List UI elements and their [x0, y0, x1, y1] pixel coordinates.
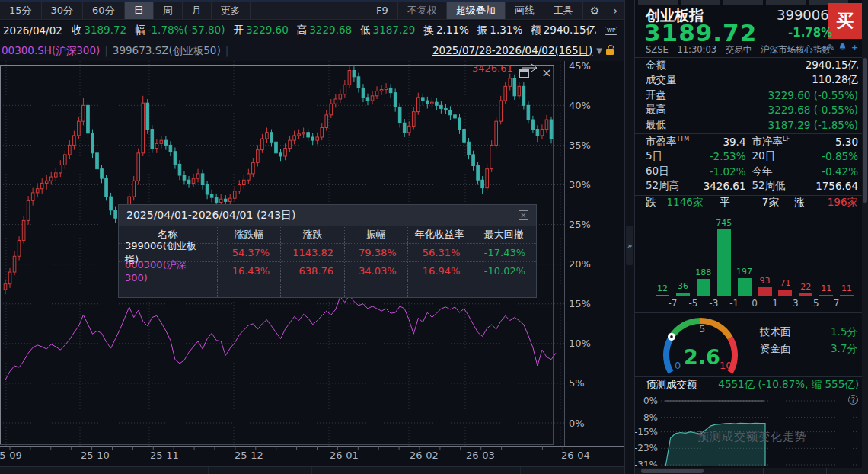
- quote-fields: 收3189.72幅-1.78%(-57.80)开3229.60高3229.68低…: [72, 24, 605, 37]
- period-tab-60分[interactable]: 60分: [83, 2, 125, 19]
- stat-row: 金额2940.15亿: [635, 58, 862, 73]
- score-row: 技术面1.5分: [760, 325, 857, 339]
- svg-text:35%: 35%: [569, 139, 591, 151]
- chart-window-controls: ×: [515, 66, 556, 81]
- date-range-control[interactable]: 2025/07/28-2026/04/02(165日) ▼: [432, 44, 614, 58]
- svg-text:3426.61: 3426.61: [472, 62, 513, 74]
- panel-horizontal-scrollbar[interactable]: [635, 468, 862, 474]
- instrument-header: 创业板指 399006 买 3189.72 -1.78% SZSE 11:30:…: [635, 5, 862, 57]
- range-dropdown-icon[interactable]: ▼: [596, 46, 602, 55]
- up-count: 196家: [828, 196, 857, 210]
- buy-button[interactable]: 买: [828, 3, 862, 39]
- tool-tab-画线[interactable]: 画线: [506, 2, 544, 19]
- period-tabs: 15分30分60分日周月更多: [0, 2, 251, 19]
- more-chevron-icon[interactable]: ›: [606, 5, 624, 17]
- svg-text:5%: 5%: [569, 377, 585, 389]
- panel-collapse-handle[interactable]: »: [626, 226, 633, 265]
- date-range-text[interactable]: 2025/07/28-2026/04/02(165日): [432, 44, 592, 58]
- quote-field: 额2940.15亿: [531, 24, 596, 36]
- popup-close-icon[interactable]: ×: [519, 210, 528, 220]
- forecast-area-canvas: 0%-8%-15%-23%-31%: [635, 392, 862, 466]
- svg-text:10%: 10%: [569, 338, 591, 349]
- close-chart-button[interactable]: ×: [538, 66, 556, 81]
- period-tab-更多[interactable]: 更多: [212, 2, 251, 19]
- hist-bar: [778, 290, 792, 296]
- hist-bar: [656, 295, 669, 296]
- panel-divider: »: [624, 0, 635, 474]
- svg-text:-23%: -23%: [635, 443, 658, 453]
- hist-bar: [717, 229, 731, 296]
- quote-field: 振1.31%: [477, 24, 522, 36]
- panel-vertical-scrollbar[interactable]: [862, 0, 868, 474]
- score-gauge: 05102.6: [641, 314, 763, 376]
- popup-title-bar[interactable]: 2025/04/01-2026/04/01 (243日) ×: [119, 205, 536, 226]
- period-tab-15分[interactable]: 15分: [0, 2, 42, 19]
- tool-tab-F9[interactable]: F9: [367, 2, 398, 19]
- tool-tab-超级叠加[interactable]: 超级叠加: [447, 2, 506, 19]
- svg-text:25-11: 25-11: [150, 450, 179, 461]
- svg-text:-31%: -31%: [635, 460, 658, 466]
- svg-text:25-10: 25-10: [81, 450, 110, 461]
- svg-text:2.6: 2.6: [684, 345, 720, 369]
- stats-section-1: 金额2940.15亿成交量110.28亿开盘3229.60 (-0.55%)最高…: [635, 57, 862, 133]
- forecast-turnover-row: 预测成交额 4551亿 (-10.87%, 缩 555亿): [635, 376, 862, 392]
- unlocked-lock-icon[interactable]: [606, 49, 614, 55]
- stat-row-pair: 60日-1.02%今年-0.42%: [635, 164, 862, 179]
- svg-text:0%: 0%: [569, 418, 585, 429]
- last-price: 3189.72: [644, 19, 757, 46]
- forecast-label: 预测成交额: [646, 378, 697, 392]
- popup-title: 2025/04/01-2026/04/01 (243日): [126, 209, 296, 223]
- flat-count: 7家: [762, 196, 779, 210]
- overlay-symbol[interactable]: 00300.SH(沪深300): [2, 44, 100, 56]
- stat-row: 成交量110.28亿: [635, 73, 862, 88]
- period-tab-周[interactable]: 周: [154, 2, 183, 19]
- wp-monitor-icon[interactable]: WP: [605, 27, 617, 35]
- bottom-tab-strip: [0, 466, 624, 474]
- overlay-symbols: 00300.SH(沪深300)|399673.SZ(创业板50)|: [2, 44, 233, 58]
- tool-tabs: F9不复权超级叠加画线工具: [367, 2, 583, 19]
- stat-row: 最低3187.29 (-1.85%): [635, 117, 862, 133]
- hist-bar: [819, 295, 833, 296]
- stat-row: 开盘3229.60 (-0.55%): [635, 88, 862, 103]
- svg-text:26-02: 26-02: [410, 450, 439, 461]
- toolbar-right-group: F9不复权超级叠加画线工具 ⚙ ›: [367, 2, 624, 19]
- period-tab-30分[interactable]: 30分: [42, 2, 84, 19]
- svg-text:26-03: 26-03: [466, 450, 495, 461]
- histogram-axis: [644, 296, 856, 296]
- svg-text:25%: 25%: [569, 219, 591, 230]
- svg-text:-15%: -15%: [635, 427, 658, 437]
- quote-field: 开3229.60: [233, 24, 288, 36]
- overlay-bar: 00300.SH(沪深300)|399673.SZ(创业板50)| 2025/0…: [0, 40, 624, 61]
- advance-decline-histogram[interactable]: 12361887451979371221111-7-5-3-101357: [635, 210, 862, 311]
- overlay-symbol[interactable]: 399673.SZ(创业板50): [113, 44, 221, 56]
- help-icon[interactable]: ?: [848, 395, 858, 405]
- market-breadth-row: 跌 1146家 平 7家 涨 196家: [635, 195, 862, 209]
- quote-field: 低3187.29: [360, 24, 415, 36]
- stat-row: 最高3229.68 (-0.55%): [635, 103, 862, 118]
- alert-bell-icon[interactable]: [838, 43, 847, 53]
- add-to-watchlist-icon[interactable]: +: [850, 43, 860, 53]
- settings-gear-icon[interactable]: ⚙: [583, 5, 607, 17]
- hist-bar: [840, 295, 854, 296]
- exchange-label: SZSE: [646, 44, 669, 55]
- change-percent: -1.78%: [788, 26, 832, 40]
- up-label: 涨: [794, 196, 805, 210]
- hscroll-thumb[interactable]: [641, 469, 704, 473]
- tool-tab-不复权[interactable]: 不复权: [398, 2, 447, 19]
- restore-window-button[interactable]: [515, 66, 533, 81]
- svg-text:26-01: 26-01: [330, 450, 359, 461]
- period-tab-日[interactable]: 日: [125, 2, 154, 19]
- popup-data-row: 000300(沪深300)16.43%638.7634.03%16.94%-10…: [119, 262, 536, 280]
- range-stats-popup: 2025/04/01-2026/04/01 (243日) × 名称涨跌幅涨跌振幅…: [118, 204, 537, 298]
- hist-bar: [676, 293, 690, 296]
- hist-bar: [799, 293, 812, 296]
- instrument-code: 399006: [777, 7, 829, 23]
- vscroll-thumb[interactable]: [863, 58, 867, 203]
- edit-pencil-icon[interactable]: ✎: [826, 43, 836, 53]
- chart-watermark: 预测成交额变化走势: [697, 430, 807, 444]
- forecast-trend-chart[interactable]: 0%-8%-15%-23%-31% 预测成交额变化走势 ?: [635, 392, 862, 466]
- svg-text:10: 10: [720, 360, 732, 371]
- period-tab-月[interactable]: 月: [183, 2, 212, 19]
- hist-bar: [697, 279, 710, 296]
- tool-tab-工具[interactable]: 工具: [544, 2, 583, 19]
